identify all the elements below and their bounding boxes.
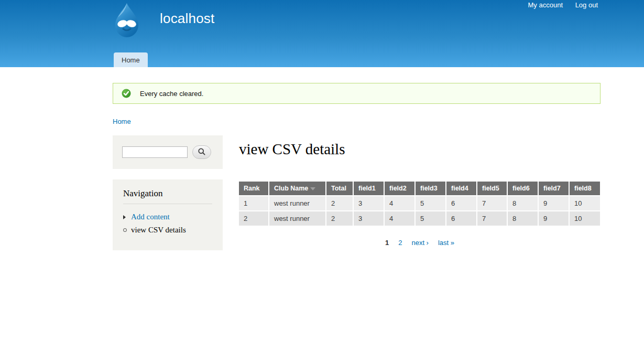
status-check-icon xyxy=(122,89,131,98)
column-header-field8[interactable]: field8 xyxy=(569,182,600,195)
table-cell: 3 xyxy=(353,195,384,210)
nav-item: view CSV details xyxy=(123,224,212,237)
nav-link[interactable]: view CSV details xyxy=(131,226,186,235)
column-header-label: field3 xyxy=(420,185,438,192)
column-header-label: field5 xyxy=(482,185,499,192)
table-cell: 4 xyxy=(384,210,414,226)
table-body: 1west runner23456789102west runner234567… xyxy=(239,195,600,226)
my-account-link[interactable]: My account xyxy=(528,1,563,9)
column-header-label: field6 xyxy=(512,185,530,192)
pager-last-link[interactable]: last » xyxy=(438,239,454,247)
column-header-field1[interactable]: field1 xyxy=(353,182,384,195)
navigation-block-title: Navigation xyxy=(123,188,212,204)
csv-table: RankClub NameTotalfield1field2field3fiel… xyxy=(239,182,600,226)
site-name[interactable]: localhost xyxy=(160,10,214,27)
column-header-label: field7 xyxy=(543,185,561,192)
nav-item: Add content xyxy=(123,210,212,224)
search-input[interactable] xyxy=(122,146,188,158)
navigation-block: Navigation Add contentview CSV details xyxy=(113,179,223,250)
table-cell: west runner xyxy=(268,210,325,226)
table-cell: 5 xyxy=(414,195,445,210)
page-title: view CSV details xyxy=(239,141,601,158)
table-cell: 9 xyxy=(538,210,569,226)
table-row: 1west runner2345678910 xyxy=(239,195,600,210)
column-header-label: field8 xyxy=(574,185,592,192)
pager: 12next ›last » xyxy=(239,239,601,247)
column-header-field4[interactable]: field4 xyxy=(445,182,476,195)
status-message-text: Every cache cleared. xyxy=(140,90,203,98)
nav-link[interactable]: Add content xyxy=(131,212,170,221)
column-header-field5[interactable]: field5 xyxy=(476,182,507,195)
table-cell: 6 xyxy=(445,210,476,226)
main-menu: Home xyxy=(114,52,148,67)
table-cell: 2 xyxy=(239,210,268,226)
column-header-label: field4 xyxy=(451,185,468,192)
table-cell: west runner xyxy=(268,195,325,210)
column-header-label: field1 xyxy=(358,185,376,192)
secondary-menu: My account Log out xyxy=(518,1,598,9)
table-cell: 2 xyxy=(325,195,353,210)
table-cell: 3 xyxy=(353,210,384,226)
tab-home[interactable]: Home xyxy=(114,52,148,67)
search-icon xyxy=(198,147,206,157)
pager-current: 1 xyxy=(385,239,389,247)
column-header-label: Rank xyxy=(244,185,260,192)
search-block xyxy=(113,135,223,169)
site-header: My account Log out localhost Home xyxy=(0,0,644,67)
navigation-menu: Add contentview CSV details xyxy=(123,210,212,237)
column-header-rank[interactable]: Rank xyxy=(239,182,268,195)
table-cell: 10 xyxy=(569,210,600,226)
content-columns: Navigation Add contentview CSV details v… xyxy=(113,135,601,250)
column-header-field7[interactable]: field7 xyxy=(538,182,569,195)
column-header-label: Club Name xyxy=(274,185,308,192)
drupal-logo-icon[interactable] xyxy=(110,3,144,38)
column-header-field2[interactable]: field2 xyxy=(384,182,414,195)
table-cell: 7 xyxy=(476,195,507,210)
table-cell: 1 xyxy=(239,195,268,210)
pager-page-2-link[interactable]: 2 xyxy=(398,239,402,247)
table-cell: 2 xyxy=(325,210,353,226)
sort-desc-arrow-icon xyxy=(310,187,315,190)
sidebar: Navigation Add contentview CSV details xyxy=(113,135,223,250)
table-cell: 9 xyxy=(538,195,569,210)
table-cell: 6 xyxy=(445,195,476,210)
column-header-label: Total xyxy=(331,185,346,192)
status-message: Every cache cleared. xyxy=(113,83,601,104)
breadcrumb-home-link[interactable]: Home xyxy=(113,118,131,125)
pager-next-link[interactable]: next › xyxy=(411,239,429,247)
table-cell: 10 xyxy=(569,195,600,210)
main-content: view CSV details RankClub NameTotalfield… xyxy=(239,135,601,247)
table-cell: 4 xyxy=(384,195,414,210)
column-header-field6[interactable]: field6 xyxy=(507,182,538,195)
menu-collapsed-icon xyxy=(123,215,131,219)
search-button[interactable] xyxy=(192,145,211,159)
table-header-row: RankClub NameTotalfield1field2field3fiel… xyxy=(239,182,600,195)
logout-link[interactable]: Log out xyxy=(575,1,598,9)
table-cell: 7 xyxy=(476,210,507,226)
table-cell: 8 xyxy=(507,195,538,210)
column-header-label: field2 xyxy=(389,185,407,192)
column-header-field3[interactable]: field3 xyxy=(414,182,445,195)
breadcrumb: Home xyxy=(113,118,644,125)
column-header-club-name[interactable]: Club Name xyxy=(268,182,325,195)
table-cell: 5 xyxy=(414,210,445,226)
table-row: 2west runner2345678910 xyxy=(239,210,600,226)
column-header-total[interactable]: Total xyxy=(325,182,353,195)
table-cell: 8 xyxy=(507,210,538,226)
menu-leaf-icon xyxy=(123,228,131,232)
